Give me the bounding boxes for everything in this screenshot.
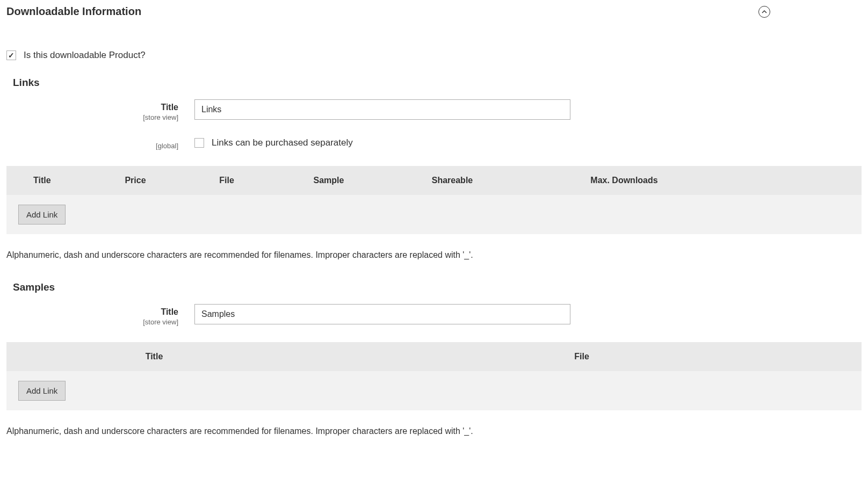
links-title-input[interactable]: [194, 99, 570, 120]
chevron-up-icon: [762, 9, 767, 15]
links-col-title: Title: [6, 176, 92, 185]
links-col-max: Max. Downloads: [522, 176, 726, 185]
collapse-toggle[interactable]: [758, 6, 770, 18]
samples-title-scope: [store view]: [6, 318, 178, 326]
links-separate-checkbox[interactable]: [194, 138, 204, 148]
links-heading: Links: [13, 77, 862, 89]
add-link-button[interactable]: Add Link: [18, 205, 66, 225]
links-separate-scope: [global]: [6, 142, 178, 150]
add-sample-button[interactable]: Add Link: [18, 381, 66, 401]
links-col-price: Price: [92, 176, 178, 185]
is-downloadable-label: Is this downloadable Product?: [24, 50, 146, 61]
links-col-sample: Sample: [275, 176, 382, 185]
samples-heading: Samples: [13, 281, 862, 293]
samples-title-label: Title: [6, 307, 178, 317]
links-col-file: File: [178, 176, 275, 185]
links-separate-label: Links can be purchased separately: [212, 137, 353, 148]
links-title-label: Title: [6, 103, 178, 112]
links-note: Alphanumeric, dash and underscore charac…: [6, 250, 862, 260]
samples-title-input[interactable]: [194, 304, 570, 324]
samples-col-title: Title: [6, 352, 302, 361]
samples-note: Alphanumeric, dash and underscore charac…: [6, 426, 862, 436]
samples-table-header: Title File: [6, 342, 862, 371]
section-title: Downloadable Information: [6, 5, 141, 18]
is-downloadable-checkbox[interactable]: [6, 50, 16, 60]
links-title-scope: [store view]: [6, 113, 178, 121]
links-table-header: Title Price File Sample Shareable Max. D…: [6, 166, 862, 195]
links-col-shareable: Shareable: [382, 176, 522, 185]
samples-col-file: File: [302, 352, 862, 361]
